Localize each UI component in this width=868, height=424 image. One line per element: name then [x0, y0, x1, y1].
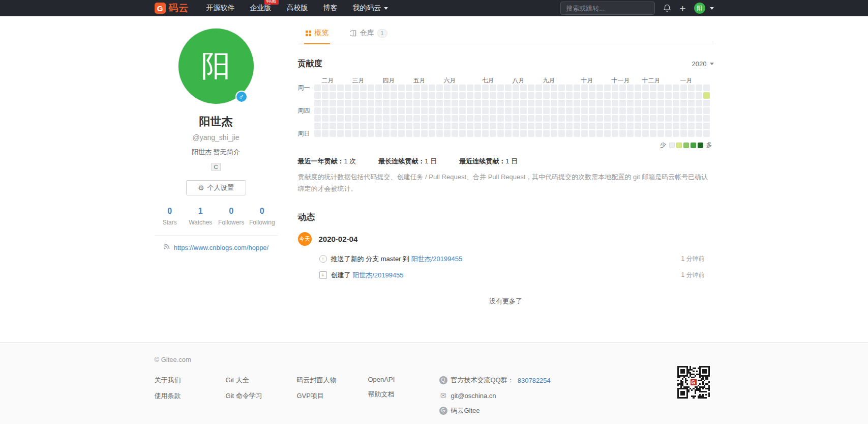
heatmap-cell[interactable]	[589, 107, 595, 114]
heatmap-cell[interactable]	[490, 92, 496, 99]
heatmap-cell[interactable]	[482, 100, 489, 106]
heatmap-cell[interactable]	[444, 100, 451, 106]
heatmap-cell[interactable]	[589, 100, 595, 106]
heatmap-cell[interactable]	[474, 130, 481, 137]
footer-link[interactable]: 关于我们	[155, 376, 226, 385]
heatmap-cell[interactable]	[574, 84, 580, 91]
heatmap-cell[interactable]	[337, 100, 344, 106]
heatmap-cell[interactable]	[635, 123, 641, 129]
heatmap-cell[interactable]	[566, 84, 573, 91]
heatmap-cell[interactable]	[528, 130, 534, 137]
heatmap-cell[interactable]	[551, 100, 557, 106]
heatmap-cell[interactable]	[665, 84, 672, 91]
plus-icon[interactable]: +	[679, 3, 685, 14]
heatmap-cell[interactable]	[467, 123, 473, 129]
footer-link[interactable]: Git 大全	[226, 376, 297, 385]
heatmap-cell[interactable]	[558, 115, 565, 122]
heatmap-cell[interactable]	[429, 84, 435, 91]
heatmap-cell[interactable]	[391, 130, 397, 137]
heatmap-cell[interactable]	[467, 107, 473, 114]
heatmap-cell[interactable]	[314, 100, 321, 106]
bell-icon[interactable]	[663, 4, 671, 12]
heatmap-cell[interactable]	[452, 107, 458, 114]
heatmap-cell[interactable]	[330, 107, 336, 114]
heatmap-cell[interactable]	[482, 115, 489, 122]
heatmap-cell[interactable]	[406, 107, 412, 114]
heatmap-cell[interactable]	[612, 123, 618, 129]
heatmap-cell[interactable]	[352, 100, 359, 106]
heatmap-cell[interactable]	[642, 84, 649, 91]
heatmap-cell[interactable]	[612, 100, 618, 106]
heatmap-cell[interactable]	[604, 115, 611, 122]
nav-link-4[interactable]: 博客	[323, 4, 338, 13]
heatmap-cell[interactable]	[459, 123, 466, 129]
heatmap-cell[interactable]	[314, 115, 321, 122]
heatmap-cell[interactable]	[551, 130, 557, 137]
heatmap-cell[interactable]	[467, 130, 473, 137]
heatmap-cell[interactable]	[703, 123, 710, 129]
nav-link-3[interactable]: 高校版	[287, 4, 308, 13]
heatmap-cell[interactable]	[413, 130, 420, 137]
heatmap-cell[interactable]	[535, 130, 542, 137]
heatmap-cell[interactable]	[635, 100, 641, 106]
heatmap-cell[interactable]	[444, 107, 451, 114]
heatmap-cell[interactable]	[459, 130, 466, 137]
heatmap-cell[interactable]	[322, 123, 328, 129]
heatmap-cell[interactable]	[505, 115, 512, 122]
heatmap-cell[interactable]	[421, 92, 428, 99]
heatmap-cell[interactable]	[551, 92, 557, 99]
heatmap-cell[interactable]	[322, 130, 328, 137]
heatmap-cell[interactable]	[406, 92, 412, 99]
heatmap-cell[interactable]	[314, 92, 321, 99]
heatmap-cell[interactable]	[513, 84, 519, 91]
heatmap-cell[interactable]	[314, 107, 321, 114]
heatmap-cell[interactable]	[612, 130, 618, 137]
heatmap-cell[interactable]	[482, 92, 489, 99]
heatmap-cell[interactable]	[703, 107, 710, 114]
heatmap-cell[interactable]	[330, 92, 336, 99]
heatmap-cell[interactable]	[383, 84, 390, 91]
heatmap-cell[interactable]	[627, 115, 634, 122]
heatmap-cell[interactable]	[391, 100, 397, 106]
heatmap-cell[interactable]	[398, 130, 405, 137]
heatmap-cell[interactable]	[589, 84, 595, 91]
heatmap-cell[interactable]	[703, 84, 710, 91]
heatmap-cell[interactable]	[650, 130, 656, 137]
heatmap-cell[interactable]	[345, 115, 351, 122]
heatmap-cell[interactable]	[657, 115, 664, 122]
heatmap-cell[interactable]	[467, 115, 473, 122]
heatmap-cell[interactable]	[383, 130, 390, 137]
heatmap-cell[interactable]	[413, 92, 420, 99]
heatmap-cell[interactable]	[696, 100, 702, 106]
heatmap-cell[interactable]	[543, 123, 550, 129]
heatmap-cell[interactable]	[566, 100, 573, 106]
heatmap-cell[interactable]	[452, 100, 458, 106]
footer-link[interactable]: Git 命令学习	[226, 391, 297, 401]
heatmap-cell[interactable]	[452, 123, 458, 129]
heatmap-cell[interactable]	[665, 115, 672, 122]
heatmap-cell[interactable]	[665, 100, 672, 106]
heatmap-cell[interactable]	[696, 107, 702, 114]
heatmap-cell[interactable]	[696, 115, 702, 122]
heatmap-cell[interactable]	[596, 123, 603, 129]
profile-stat-stars[interactable]: 0Stars	[155, 207, 186, 226]
heatmap-cell[interactable]	[673, 123, 679, 129]
heatmap-cell[interactable]	[352, 123, 359, 129]
heatmap-cell[interactable]	[360, 130, 367, 137]
heatmap-cell[interactable]	[665, 130, 672, 137]
heatmap-cell[interactable]	[551, 115, 557, 122]
heatmap-cell[interactable]	[505, 100, 512, 106]
heatmap-cell[interactable]	[619, 130, 626, 137]
heatmap-cell[interactable]	[337, 84, 344, 91]
heatmap-cell[interactable]	[452, 84, 458, 91]
heatmap-cell[interactable]	[703, 92, 710, 99]
heatmap-cell[interactable]	[421, 123, 428, 129]
heatmap-cell[interactable]	[543, 130, 550, 137]
footer-link[interactable]: 帮助文档	[368, 390, 439, 399]
tab-repositories[interactable]: 仓库1	[349, 23, 388, 44]
heatmap-cell[interactable]	[429, 115, 435, 122]
heatmap-cell[interactable]	[535, 84, 542, 91]
heatmap-cell[interactable]	[360, 92, 367, 99]
heatmap-cell[interactable]	[627, 100, 634, 106]
heatmap-cell[interactable]	[627, 92, 634, 99]
